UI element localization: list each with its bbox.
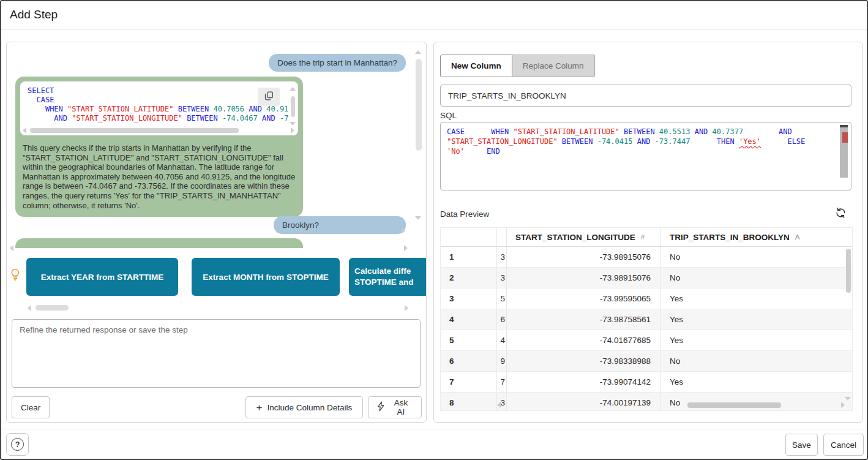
table-row[interactable]: 54-74.01677685Yes [441, 330, 852, 351]
table-row[interactable]: 46-73.98758561Yes [441, 309, 852, 330]
sql-label: SQL [440, 111, 457, 120]
include-column-details-button[interactable]: + Include Column Details [245, 396, 363, 418]
row-number-cell: 5 [441, 330, 497, 350]
chat-vertical-scrollbar[interactable] [416, 59, 422, 151]
row-number-cell: 3 [441, 288, 497, 309]
column-header-longitude[interactable]: START_STATION_LONGITUDE # [507, 228, 661, 246]
clipped-cell: 7 [497, 372, 507, 392]
user-message: Brooklyn? [274, 216, 406, 234]
row-number-cell: 2 [441, 268, 497, 288]
copy-code-button[interactable] [258, 88, 280, 106]
brooklyn-cell: No [661, 351, 852, 371]
suggestions-scroll-left-arrow[interactable] [28, 305, 31, 311]
refine-prompt-input[interactable] [12, 319, 421, 388]
data-preview-table: START_STATION_LONGITUDE # TRIP_STARTS_IN… [440, 227, 853, 411]
row-number-cell: 4 [441, 309, 497, 330]
table-header-row: START_STATION_LONGITUDE # TRIP_STARTS_IN… [441, 228, 852, 247]
clipped-cell: 4 [497, 330, 507, 350]
clear-button[interactable]: Clear [12, 396, 50, 418]
tab-replace-column[interactable]: Replace Column [512, 55, 595, 77]
tab-new-column[interactable]: New Column [440, 55, 512, 77]
chat-panel: Does the trip start in Manhattan? SELECT… [6, 42, 427, 423]
sql-editor-text: CASE WHEN "START_STATION_LATITUDE" BETWE… [441, 123, 851, 156]
page-title: Add Step [10, 8, 58, 21]
code-vertical-scrollbar[interactable] [291, 96, 295, 117]
table-row[interactable]: 77-73.99074142Yes [441, 372, 852, 393]
row-number-cell: 1 [441, 247, 497, 267]
column-header-brooklyn[interactable]: TRIP_STARTS_IN_BROOKLYN A [661, 228, 852, 246]
chat-scroll-down-arrow[interactable] [415, 216, 421, 220]
text-type-icon: A [795, 233, 800, 241]
ask-ai-button[interactable]: Ask AI [368, 396, 422, 418]
save-button[interactable]: Save [785, 434, 818, 456]
brooklyn-cell: Yes [661, 309, 852, 330]
carousel-left-arrow[interactable] [10, 245, 13, 251]
table-row[interactable]: 69-73.98338988No [441, 351, 852, 372]
row-number-cell: 6 [441, 351, 497, 371]
add-step-dialog: Add Step Does the trip start in Manhatta… [0, 0, 868, 460]
table-horizontal-scrollbar[interactable] [504, 402, 837, 409]
brooklyn-cell: No [661, 268, 852, 288]
ruler-error-marker [842, 132, 848, 143]
help-button[interactable]: ? [6, 433, 29, 456]
suggestions-scroll-right-arrow[interactable] [405, 305, 408, 311]
row-number-header [441, 228, 497, 246]
code-scroll-down-arrow[interactable] [290, 122, 296, 126]
user-message: Does the trip start in Manhattan? [269, 54, 406, 72]
table-scroll-down-arrow[interactable] [845, 397, 851, 401]
suggestion-button[interactable]: Extract MONTH from STOPTIME [192, 258, 340, 296]
suggestion-button[interactable]: Calculate diffe STOPTIME and [349, 258, 427, 296]
code-scroll-left-arrow[interactable] [23, 127, 26, 134]
clipped-cell: 3 [497, 247, 507, 267]
assistant-message-partial [15, 238, 303, 248]
dialog-header: Add Step [1, 1, 867, 30]
data-preview-label: Data Preview [440, 209, 489, 219]
column-mode-tabs: New Column Replace Column [440, 55, 595, 77]
cancel-button[interactable]: Cancel [823, 434, 864, 456]
sql-editor[interactable]: CASE WHEN "START_STATION_LATITUDE" BETWE… [440, 122, 851, 190]
table-vertical-scrollbar[interactable] [846, 249, 851, 293]
suggestion-button[interactable]: Extract YEAR from STARTTIME [26, 258, 178, 296]
editor-overview-ruler[interactable] [840, 125, 848, 178]
code-scroll-right-arrow[interactable] [291, 127, 294, 134]
clipped-cell: 9 [497, 351, 507, 371]
longitude-cell: -73.98915076 [507, 268, 661, 288]
table-scroll-right-arrow[interactable] [841, 402, 845, 408]
brooklyn-cell: Yes [661, 288, 852, 309]
assistant-explanation: This query checks if the trip starts in … [15, 140, 303, 217]
table-row[interactable]: 13-73.98915076No [441, 247, 852, 268]
row-number-cell: 8 [441, 393, 497, 411]
table-scroll-left-arrow[interactable] [497, 402, 501, 408]
assistant-message: SELECT CASE WHEN "START_STATION_LATITUDE… [15, 77, 303, 217]
clipped-cell: 6 [497, 309, 507, 330]
table-body: 13-73.98915076No23-73.98915076No35-73.99… [441, 247, 852, 411]
table-row[interactable]: 35-73.99595065Yes [441, 288, 852, 309]
numeric-type-icon: # [641, 233, 645, 241]
question-mark-icon: ? [11, 438, 24, 451]
longitude-cell: -73.98758561 [507, 309, 661, 330]
column-name-input[interactable] [440, 85, 851, 107]
plus-icon: + [256, 402, 263, 413]
suggestions-horizontal-scrollbar[interactable] [36, 305, 69, 311]
longitude-cell: -73.99595065 [507, 288, 661, 309]
code-scroll-up-arrow[interactable] [290, 87, 296, 91]
ruler-position-marker [840, 125, 848, 127]
refresh-icon [835, 211, 847, 221]
row-number-cell: 7 [441, 372, 497, 392]
longitude-cell: -73.98915076 [507, 247, 661, 267]
hidden-column-header [497, 228, 507, 246]
clipped-cell: 3 [497, 268, 507, 288]
chat-scroll-up-arrow[interactable] [415, 50, 421, 54]
code-horizontal-scrollbar[interactable] [30, 128, 285, 133]
longitude-cell: -74.01677685 [507, 330, 661, 350]
lightbulb-icon [9, 268, 21, 284]
brooklyn-cell: No [661, 247, 852, 267]
longitude-cell: -73.98338988 [507, 351, 661, 371]
sql-code-text: SELECT CASE WHEN "START_STATION_LATITUDE… [20, 81, 298, 123]
carousel-right-arrow[interactable] [404, 245, 408, 251]
message-scroll-right-arrow[interactable] [402, 228, 405, 234]
table-row[interactable]: 23-73.98915076No [441, 268, 852, 288]
refresh-button[interactable] [833, 206, 848, 221]
brooklyn-cell: Yes [661, 372, 852, 392]
footer-divider [1, 429, 867, 429]
